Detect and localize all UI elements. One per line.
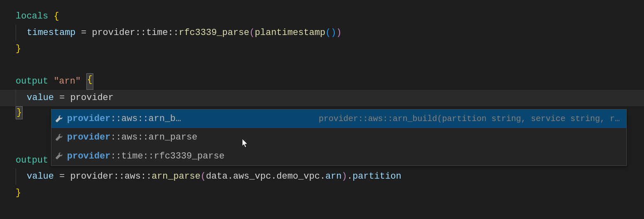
autocomplete-item-1[interactable]: provider::aws::arn_b… provider::aws::arn… bbox=[51, 110, 626, 128]
locals-keyword: locals bbox=[16, 8, 48, 25]
code-line-2[interactable]: timestamp = provider::time::rfc3339_pars… bbox=[0, 25, 644, 41]
autocomplete-popup: provider::aws::arn_b… provider::aws::arn… bbox=[51, 109, 627, 166]
timestamp-key: timestamp bbox=[27, 28, 76, 38]
code-line-1[interactable]: locals { bbox=[0, 8, 644, 25]
code-line-3[interactable]: } bbox=[0, 41, 644, 57]
wrench-icon bbox=[55, 133, 63, 142]
wrench-icon bbox=[55, 115, 63, 123]
code-line-11[interactable]: value = provider::aws::arn_parse(data.aw… bbox=[0, 168, 644, 185]
autocomplete-doc: provider::aws::arn_build(partition strin… bbox=[302, 112, 623, 126]
brace-open-highlighted: { bbox=[86, 73, 93, 90]
code-line-empty-1[interactable] bbox=[0, 57, 644, 74]
wrench-icon bbox=[55, 152, 63, 160]
code-line-6-active[interactable]: value = provider bbox=[0, 90, 644, 106]
mouse-cursor-icon bbox=[240, 138, 250, 149]
brace-close: } bbox=[16, 41, 21, 57]
typed-provider: provider bbox=[70, 93, 114, 103]
autocomplete-item-2[interactable]: provider::aws::arn_parse bbox=[51, 128, 626, 147]
brace-close-highlighted: } bbox=[16, 106, 23, 120]
autocomplete-item-3[interactable]: provider::time::rfc3339_parse bbox=[51, 147, 626, 165]
brace-open: { bbox=[53, 8, 59, 25]
code-line-5[interactable]: output "arn" { bbox=[0, 73, 644, 90]
code-line-12[interactable]: } bbox=[0, 185, 644, 201]
